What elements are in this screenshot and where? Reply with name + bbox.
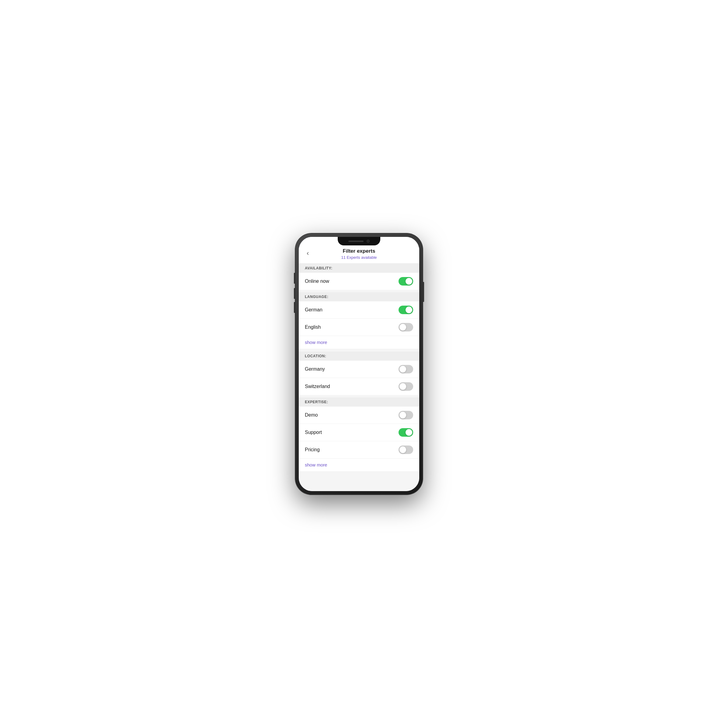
content-area: ‹ Filter experts 11 Experts available AV… — [299, 237, 419, 491]
toggle-slider-pricing — [398, 445, 413, 454]
toggle-slider-online-now — [398, 277, 413, 286]
toggle-germany[interactable] — [398, 365, 413, 373]
section-gap — [299, 395, 419, 398]
section-gap — [299, 349, 419, 352]
filter-label-germany: Germany — [305, 366, 325, 372]
filter-row-germany: Germany — [299, 361, 419, 378]
filter-label-english: English — [305, 324, 321, 330]
filter-label-switzerland: Switzerland — [305, 384, 330, 389]
toggle-support[interactable] — [398, 428, 413, 437]
experts-count: 11 Experts available — [305, 255, 413, 260]
toggle-german[interactable] — [398, 306, 413, 314]
filter-label-support: Support — [305, 430, 322, 435]
section-header-availability: AVAILABILITY: — [299, 264, 419, 273]
section-header-location: LOCATION: — [299, 352, 419, 361]
show-more-row-expertise: show more — [299, 459, 419, 472]
filter-row-switzerland: Switzerland — [299, 378, 419, 395]
section-header-language: LANGUAGE: — [299, 292, 419, 301]
filter-row-pricing: Pricing — [299, 441, 419, 459]
show-more-link-expertise[interactable]: show more — [305, 462, 327, 467]
toggle-switzerland[interactable] — [398, 382, 413, 391]
section-header-expertise: EXPERTISE: — [299, 398, 419, 407]
toggle-slider-english — [398, 323, 413, 332]
toggle-slider-switzerland — [398, 382, 413, 391]
filter-label-german: German — [305, 307, 323, 313]
filter-label-online-now: Online now — [305, 278, 329, 284]
section-items-availability: Online now — [299, 273, 419, 290]
show-more-link-language[interactable]: show more — [305, 340, 327, 345]
toggle-slider-german — [398, 306, 413, 314]
filter-row-online-now: Online now — [299, 273, 419, 290]
phone-screen: ‹ Filter experts 11 Experts available AV… — [299, 237, 419, 491]
notch — [338, 237, 380, 245]
show-more-row-language: show more — [299, 336, 419, 349]
toggle-slider-germany — [398, 365, 413, 373]
section-items-location: GermanySwitzerland — [299, 361, 419, 395]
front-camera — [367, 240, 370, 243]
toggle-english[interactable] — [398, 323, 413, 332]
filter-row-german: German — [299, 301, 419, 319]
filter-label-pricing: Pricing — [305, 447, 320, 453]
back-button[interactable]: ‹ — [304, 247, 311, 260]
filter-row-support: Support — [299, 424, 419, 441]
section-items-expertise: DemoSupportPricingshow more — [299, 407, 419, 472]
section-gap — [299, 290, 419, 292]
speaker — [348, 240, 364, 242]
filter-list: AVAILABILITY:Online nowLANGUAGE:GermanEn… — [299, 264, 419, 491]
phone-shell: ‹ Filter experts 11 Experts available AV… — [295, 233, 423, 495]
toggle-slider-support — [398, 428, 413, 437]
filter-row-english: English — [299, 319, 419, 336]
toggle-online-now[interactable] — [398, 277, 413, 286]
toggle-demo[interactable] — [398, 411, 413, 419]
toggle-pricing[interactable] — [398, 445, 413, 454]
section-items-language: GermanEnglishshow more — [299, 301, 419, 349]
page-title: Filter experts — [305, 248, 413, 254]
toggle-slider-demo — [398, 411, 413, 419]
filter-row-demo: Demo — [299, 407, 419, 424]
filter-label-demo: Demo — [305, 412, 318, 418]
phone-wrapper: ‹ Filter experts 11 Experts available AV… — [295, 233, 423, 495]
